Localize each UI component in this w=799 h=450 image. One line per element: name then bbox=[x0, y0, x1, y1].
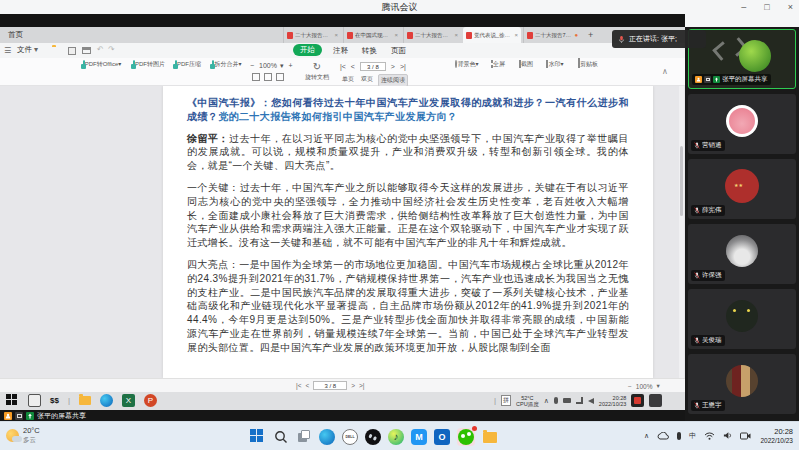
save-icon[interactable] bbox=[68, 47, 76, 55]
remote-ime-indicator[interactable]: 拼 bbox=[501, 395, 511, 406]
print-icon[interactable] bbox=[82, 47, 91, 54]
remote-powerpoint-icon[interactable]: P bbox=[144, 394, 157, 407]
remote-tray-app-icon[interactable] bbox=[649, 394, 662, 407]
redo-icon[interactable]: ↷ bbox=[108, 45, 115, 54]
tab-doc-1[interactable]: 二十大报告，汽车人必读.. × bbox=[283, 27, 341, 43]
fit-screen-icon[interactable] bbox=[276, 73, 284, 81]
volume-icon[interactable] bbox=[723, 431, 732, 441]
status-next-page[interactable]: > bbox=[351, 382, 355, 389]
status-first-page[interactable]: |< bbox=[296, 382, 301, 389]
qq-music-icon[interactable]: ♪ bbox=[388, 429, 404, 445]
page-number-input[interactable]: 3 / 8 bbox=[360, 62, 386, 71]
fit-width-icon[interactable] bbox=[252, 73, 260, 81]
close-button[interactable]: × bbox=[788, 0, 793, 14]
maximize-button[interactable]: □ bbox=[764, 0, 769, 14]
tab-close-icon[interactable]: × bbox=[394, 32, 398, 38]
zoom-out-button[interactable]: − bbox=[250, 62, 254, 69]
task-view-icon[interactable] bbox=[296, 429, 312, 445]
remote-tray-expand-icon[interactable]: ∧ bbox=[544, 397, 549, 405]
tab-close-icon[interactable]: × bbox=[514, 32, 518, 38]
remote-mic-icon[interactable] bbox=[554, 397, 558, 404]
cloud-icon[interactable] bbox=[657, 432, 669, 441]
file-menu[interactable]: 文件 ▾ bbox=[17, 45, 38, 55]
pdf-compress-button[interactable]: PDF压缩 bbox=[170, 60, 206, 69]
dell-icon[interactable]: DELL bbox=[342, 429, 358, 445]
alienware-icon[interactable] bbox=[365, 429, 381, 445]
screenshot-button[interactable]: 截图 bbox=[514, 60, 538, 69]
mic-icon[interactable] bbox=[677, 432, 681, 440]
pdf-to-office-button[interactable]: PDF转Office▾ bbox=[78, 60, 126, 69]
ribbon-tab-convert[interactable]: 转换 bbox=[362, 46, 377, 56]
pdf-to-office-icon bbox=[83, 60, 85, 68]
remote-camera-icon[interactable] bbox=[563, 398, 571, 403]
status-prev-page[interactable]: < bbox=[305, 382, 309, 389]
participant-tile[interactable]: 吴俊瑞 bbox=[688, 289, 796, 349]
status-page-input[interactable]: 3 / 8 bbox=[313, 381, 347, 390]
search-icon[interactable] bbox=[273, 429, 289, 445]
m-app-icon[interactable]: M bbox=[411, 429, 427, 445]
camera-icon[interactable] bbox=[740, 432, 751, 441]
zoom-in-button[interactable]: + bbox=[288, 62, 292, 69]
prev-page-button[interactable]: < bbox=[351, 63, 355, 70]
remote-network-icon[interactable] bbox=[576, 397, 583, 404]
fullscreen-button[interactable]: 全屏 bbox=[486, 60, 510, 69]
pdf-to-image-button[interactable]: PDF转图片 bbox=[128, 60, 170, 69]
remote-file-explorer-icon[interactable] bbox=[79, 396, 91, 405]
minimize-button[interactable]: – bbox=[741, 0, 746, 14]
status-last-page[interactable]: >| bbox=[359, 382, 364, 389]
tab-home[interactable]: 首页 bbox=[8, 30, 23, 40]
rotate-doc-button[interactable]: ↻ 旋转文档 bbox=[300, 60, 334, 82]
status-zoom-out[interactable]: − bbox=[628, 383, 632, 390]
background-color-button[interactable]: 背景色▾ bbox=[452, 60, 482, 69]
collapse-ribbon-icon[interactable]: ∧ bbox=[662, 67, 668, 76]
tab-doc-2[interactable]: 在中国式现代化的伟大进.. × bbox=[343, 27, 401, 43]
participant-tile[interactable]: ★★ 薛宪伟 bbox=[688, 159, 796, 219]
status-zoom-level[interactable]: 100% bbox=[636, 383, 653, 390]
fit-page-icon[interactable] bbox=[264, 73, 272, 81]
file-explorer-icon-active[interactable] bbox=[482, 431, 498, 444]
remote-volume-icon[interactable] bbox=[588, 398, 594, 404]
wechat-icon-active[interactable] bbox=[457, 428, 475, 446]
participant-name: 吴俊瑞 bbox=[702, 336, 722, 345]
last-page-button[interactable]: >| bbox=[400, 63, 406, 70]
ribbon-tab-annotate[interactable]: 注释 bbox=[333, 46, 348, 56]
tab-doc-4-active[interactable]: 党代表说_徐留平：为建.. × bbox=[463, 27, 521, 43]
first-page-button[interactable]: |< bbox=[340, 63, 346, 70]
remote-edge-icon[interactable] bbox=[100, 394, 113, 407]
tab-close-icon[interactable]: × bbox=[454, 32, 458, 38]
remote-excel-icon[interactable]: X bbox=[122, 394, 135, 407]
clipboard-button[interactable]: 剪贴板 bbox=[574, 60, 602, 69]
next-page-button[interactable]: > bbox=[391, 63, 395, 70]
taskbar-clock[interactable]: 20:28 2022/10/23 bbox=[760, 427, 793, 445]
vertical-scrollbar[interactable] bbox=[679, 86, 684, 378]
tab-close-icon[interactable]: × bbox=[334, 32, 338, 38]
taskbar-weather-widget[interactable]: 20°C多云 bbox=[6, 426, 40, 444]
chevron-down-icon: ▾ bbox=[118, 61, 121, 67]
zoom-level[interactable]: 100% bbox=[259, 62, 277, 69]
remote-task-view-icon[interactable] bbox=[28, 394, 41, 407]
tab-doc-5[interactable]: 二十大报告72页完整版全.. ● bbox=[523, 27, 581, 43]
ime-indicator[interactable]: 中 bbox=[689, 431, 696, 441]
wifi-icon[interactable] bbox=[704, 432, 715, 441]
participant-tile[interactable]: 王懋宇 bbox=[688, 354, 796, 414]
remote-recorder-icon[interactable] bbox=[631, 394, 644, 407]
pdf-view-area[interactable]: 《中国汽车报》：您如何看待过去十年中国汽车产业发展取得的成就和进步？一汽有什么进… bbox=[0, 86, 685, 378]
split-merge-button[interactable]: 拆分合并▾ bbox=[207, 60, 247, 69]
tray-expand-icon[interactable]: ∧ bbox=[644, 432, 649, 440]
remote-start-icon[interactable] bbox=[6, 394, 19, 407]
ribbon-tab-page[interactable]: 页面 bbox=[391, 46, 406, 56]
edge-icon[interactable] bbox=[319, 429, 335, 445]
hamburger-menu-icon[interactable]: ☰ bbox=[4, 46, 11, 55]
scrollbar-thumb[interactable] bbox=[680, 146, 683, 216]
remote-unknown-app-icon[interactable]: $$ bbox=[50, 396, 59, 405]
start-button[interactable] bbox=[250, 429, 266, 445]
participant-tile[interactable]: 营销通 bbox=[688, 94, 796, 154]
remote-clock[interactable]: 20:282022/10/23 bbox=[599, 395, 627, 407]
watermark-button[interactable]: 水印▾ bbox=[542, 60, 568, 69]
ribbon-tab-start[interactable]: 开始 bbox=[293, 44, 322, 56]
outlook-icon[interactable]: O bbox=[434, 429, 450, 445]
participant-tile[interactable]: 许保强 bbox=[688, 224, 796, 284]
tab-doc-3[interactable]: 二十大报告中的那些表述.. × bbox=[403, 27, 461, 43]
new-tab-button[interactable]: + bbox=[588, 30, 593, 40]
undo-icon[interactable]: ↶ bbox=[97, 45, 104, 54]
